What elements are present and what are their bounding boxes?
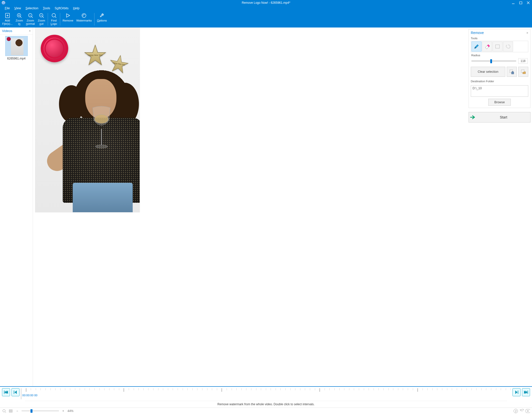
- remove-panel: Remove × Tools Radius: [467, 28, 532, 386]
- clear-selection-button[interactable]: Clear selection: [471, 67, 505, 77]
- toolbar-label: FindLogo: [51, 19, 57, 26]
- videos-panel-header: Videos ×: [0, 28, 33, 34]
- eraser-tool-button[interactable]: [482, 42, 492, 52]
- main-content: Videos × 6265961.mp4 Happy New Year Happ…: [0, 28, 532, 386]
- toolbar-label: Zoomout: [38, 19, 45, 26]
- canvas-area[interactable]: Happy New Year Happy New Year: [33, 28, 467, 386]
- timeline-ticks: [21, 388, 511, 392]
- zoom-normal-icon: 1: [28, 12, 33, 19]
- menu-view[interactable]: View: [12, 6, 23, 10]
- thumbnail-image: [5, 36, 28, 56]
- svg-line-8: [20, 16, 21, 18]
- tools-group-label: Tools: [469, 36, 530, 41]
- svg-marker-35: [526, 390, 528, 394]
- skip-to-end-button[interactable]: [522, 388, 530, 396]
- video-thumbnail[interactable]: 6265961.mp4: [5, 36, 28, 60]
- fit-screen-icon[interactable]: [2, 409, 6, 413]
- timeline-section: 00:00:00 00 Remove watermark from the wh…: [0, 386, 532, 408]
- freeform-select-tool-button[interactable]: [503, 42, 513, 52]
- toolbar-separator: [94, 13, 94, 26]
- svg-point-21: [94, 114, 108, 124]
- remove-toolbar-button[interactable]: Remove: [61, 11, 75, 28]
- svg-marker-31: [14, 390, 17, 394]
- video-preview[interactable]: Happy New Year Happy New Year: [35, 28, 140, 212]
- menu-softorbits[interactable]: SoftOrbits: [52, 6, 71, 10]
- close-button[interactable]: [525, 0, 532, 6]
- svg-point-17: [52, 14, 55, 17]
- marker-tool-button[interactable]: [472, 42, 482, 52]
- svg-marker-43: [528, 410, 529, 412]
- svg-line-15: [42, 16, 44, 18]
- remove-panel-close-icon[interactable]: ×: [526, 31, 528, 35]
- menu-tools[interactable]: Tools: [40, 6, 52, 10]
- zoom-slider[interactable]: [21, 410, 59, 411]
- svg-rect-39: [9, 410, 12, 412]
- zoom-in-plus-icon[interactable]: +: [61, 409, 65, 413]
- destination-folder-label: Destination Folder: [469, 79, 530, 84]
- subject-jeans: [73, 183, 133, 212]
- toolbar-label: AddFile(s)...: [2, 19, 13, 26]
- thumbnail-filename: 6265961.mp4: [5, 56, 28, 60]
- zoom-out-button[interactable]: Zoomout: [36, 11, 46, 28]
- actual-size-icon[interactable]: [8, 409, 13, 413]
- step-back-button[interactable]: [11, 388, 19, 396]
- zoom-in-icon: [16, 12, 22, 19]
- svg-line-18: [55, 16, 56, 18]
- window-title: Remove Logo Now! - 6265961.mp4*: [242, 1, 290, 4]
- step-forward-button[interactable]: [513, 388, 521, 396]
- facebook-icon[interactable]: [514, 409, 518, 413]
- radius-slider-thumb[interactable]: [490, 59, 492, 63]
- start-arrow-icon: [469, 115, 477, 120]
- toolbar-label: Watermarks: [76, 19, 92, 22]
- load-selection-button[interactable]: [518, 67, 528, 77]
- svg-rect-27: [4, 390, 4, 394]
- svg-point-23: [95, 145, 107, 148]
- minimize-button[interactable]: [510, 0, 517, 6]
- play-icon: [65, 12, 71, 19]
- add-files-button[interactable]: AddFile(s)...: [1, 11, 14, 28]
- maximize-button[interactable]: [517, 0, 525, 6]
- svg-marker-32: [515, 390, 518, 394]
- save-selection-button[interactable]: [507, 67, 517, 77]
- start-button[interactable]: Start: [469, 112, 531, 122]
- find-logo-button[interactable]: FindLogo: [49, 11, 59, 28]
- toolbar-label: Options: [97, 19, 107, 22]
- videos-panel-title: Videos: [2, 29, 29, 33]
- menu-file[interactable]: File: [2, 6, 12, 10]
- toolbar-separator: [48, 13, 48, 26]
- svg-line-12: [31, 16, 33, 18]
- rectangle-select-tool-button[interactable]: [493, 42, 503, 52]
- menu-selection[interactable]: Selection: [23, 6, 40, 10]
- radius-label: Radius: [471, 54, 530, 57]
- menu-help[interactable]: Help: [71, 6, 82, 10]
- svg-rect-40: [10, 410, 11, 412]
- zoom-normal-button[interactable]: 1 Zoomnormal: [24, 11, 36, 28]
- options-button[interactable]: Options: [95, 11, 108, 28]
- wrench-icon: [99, 12, 105, 19]
- watermark-icon: [81, 12, 87, 19]
- radius-value[interactable]: 118: [518, 58, 528, 64]
- tools-row: [471, 41, 528, 52]
- video-thumbnail-list: 6265961.mp4: [0, 34, 33, 62]
- destination-folder-input[interactable]: D:\_10: [471, 85, 528, 97]
- radius-slider[interactable]: [471, 60, 516, 62]
- wine-glass: [88, 105, 115, 150]
- zoom-in-button[interactable]: Zoomin: [14, 11, 24, 28]
- remove-panel-header: Remove ×: [469, 29, 530, 36]
- zoom-out-icon: [39, 12, 44, 19]
- videos-panel-close-icon[interactable]: ×: [29, 29, 31, 33]
- watermark-logo-overlay: [41, 35, 68, 62]
- add-file-icon: [5, 12, 10, 19]
- zoom-out-minus-icon[interactable]: −: [15, 409, 19, 413]
- youtube-icon[interactable]: [526, 409, 530, 413]
- app-logo-icon: 🌀: [1, 1, 5, 5]
- timeline-timecode: 00:00:00 00: [22, 394, 37, 397]
- skip-to-start-button[interactable]: [2, 388, 10, 396]
- remove-panel-title: Remove: [471, 31, 526, 35]
- twitter-icon[interactable]: [520, 409, 524, 413]
- timeline-track[interactable]: 00:00:00 00: [21, 388, 511, 399]
- toolbar-separator: [60, 13, 60, 26]
- browse-button[interactable]: Browse: [488, 99, 511, 106]
- zoom-slider-thumb[interactable]: [30, 409, 32, 413]
- watermarks-button[interactable]: Watermarks: [75, 11, 93, 28]
